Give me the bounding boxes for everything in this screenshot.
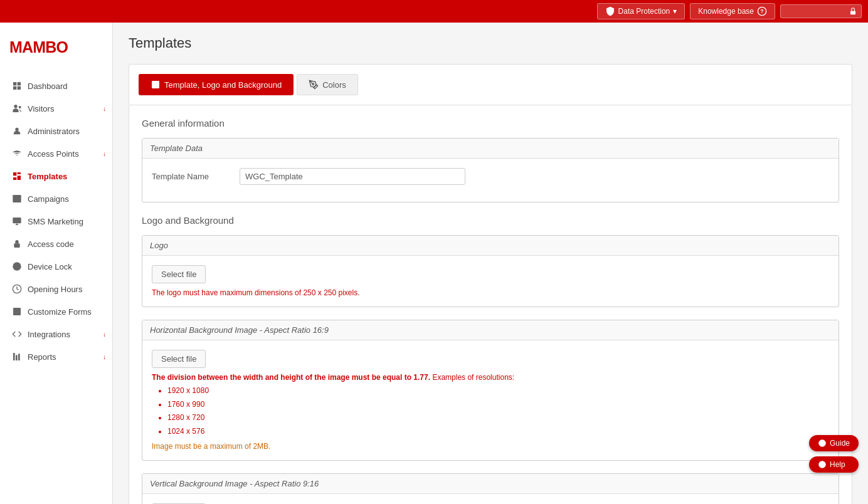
logo-bg-title: Logo and Background	[142, 215, 839, 226]
sidebar-item-customize-forms[interactable]: Customize Forms	[0, 300, 112, 323]
logo: MAMBO	[9, 35, 72, 62]
reports-icon	[11, 351, 23, 362]
horizontal-bg-header: Horizontal Background Image - Aspect Rat…	[142, 320, 839, 340]
tab-label: Colors	[322, 80, 346, 90]
dashboard-icon	[11, 80, 23, 92]
svg-rect-11	[13, 195, 21, 202]
sidebar-item-label: Customize Forms	[28, 307, 92, 317]
sidebar-item-access-points[interactable]: Access Points ↓	[0, 142, 112, 165]
svg-rect-20	[13, 353, 15, 360]
layout: MAMBO Dashboard Visitors ↓ Administrator…	[0, 23, 868, 504]
page-title: Templates	[129, 35, 852, 51]
guide-icon: ?	[818, 439, 827, 448]
device-lock-icon	[11, 261, 23, 272]
horizontal-bg-select-file-button[interactable]: Select file	[152, 350, 206, 368]
svg-rect-21	[16, 355, 18, 360]
template-data-header: Template Data	[142, 139, 839, 159]
sidebar-item-administrators[interactable]: Administrators	[0, 120, 112, 142]
tab-label: Template, Logo and Background	[164, 80, 282, 90]
horizontal-bg-panel: Horizontal Background Image - Aspect Rat…	[142, 320, 839, 461]
knowledge-base-button[interactable]: Knowledge base ?	[690, 3, 775, 19]
sidebar-item-integrations[interactable]: Integrations ↓	[0, 323, 112, 345]
chevron-down-icon: ↓	[103, 354, 106, 360]
topbar: Data Protection ▾ Knowledge base ?	[0, 0, 868, 23]
svg-text:?: ?	[821, 462, 824, 468]
svg-rect-22	[18, 354, 20, 360]
opening-hours-icon	[11, 283, 23, 295]
logo-panel-body: Select file The logo must have maximum d…	[142, 256, 839, 307]
sidebar-item-sms-marketing[interactable]: SMS Marketing	[0, 210, 112, 233]
svg-rect-5	[18, 82, 21, 85]
sidebar-item-dashboard[interactable]: Dashboard	[0, 75, 112, 97]
dropdown-arrow-icon: ▾	[673, 7, 677, 16]
sms-icon	[11, 216, 23, 227]
search-wrap	[780, 4, 862, 18]
template-data-panel: Template Data Template Name	[142, 138, 839, 202]
pen-icon	[309, 80, 319, 90]
help-label: Help	[830, 460, 845, 469]
sidebar-item-access-code[interactable]: Access code	[0, 233, 112, 255]
sidebar-item-opening-hours[interactable]: Opening Hours	[0, 278, 112, 300]
sidebar-item-label: SMS Marketing	[28, 217, 83, 226]
svg-rect-4	[13, 82, 16, 85]
svg-rect-7	[18, 87, 21, 90]
logo-panel: Logo Select file The logo must have maxi…	[142, 235, 839, 307]
floating-buttons: ? Guide ? Help	[809, 435, 859, 473]
template-name-input[interactable]	[240, 168, 465, 185]
sidebar-item-label: Dashboard	[28, 81, 68, 91]
horizontal-bg-resolutions: 1920 x 1080 1760 x 990 1280 x 720 1024 x…	[152, 384, 829, 438]
tabs: Template, Logo and Background Colors	[139, 74, 842, 95]
sidebar-item-visitors[interactable]: Visitors ↓	[0, 97, 112, 120]
template-name-row: Template Name	[152, 168, 829, 185]
help-button[interactable]: ? Help	[809, 456, 859, 473]
sidebar-item-reports[interactable]: Reports ↓	[0, 345, 112, 368]
sidebar-item-label: Opening Hours	[28, 285, 82, 294]
resolution-item: 1024 x 576	[167, 425, 829, 439]
sidebar-item-campaigns[interactable]: Campaigns	[0, 187, 112, 210]
horizontal-bg-info-bold: The division between the width and heigh…	[152, 373, 430, 382]
main-content: Templates Template, Logo and Background …	[113, 23, 868, 504]
lock-icon	[849, 6, 857, 16]
general-info-title: General information	[142, 118, 839, 129]
sidebar-item-templates[interactable]: Templates	[0, 165, 112, 187]
help-icon: ?	[818, 460, 827, 469]
guide-button[interactable]: ? Guide	[809, 435, 859, 451]
sidebar-item-device-lock[interactable]: Device Lock	[0, 255, 112, 278]
svg-point-9	[19, 106, 21, 108]
svg-point-24	[154, 83, 155, 84]
logo-select-file-button[interactable]: Select file	[152, 265, 206, 283]
sidebar: MAMBO Dashboard Visitors ↓ Administrator…	[0, 23, 113, 504]
svg-point-10	[15, 128, 18, 131]
svg-point-8	[14, 105, 17, 108]
resolution-item: 1280 x 720	[167, 411, 829, 425]
chevron-down-icon: ↓	[103, 331, 106, 338]
sidebar-item-label: Integrations	[28, 330, 70, 339]
svg-rect-16	[13, 308, 21, 315]
sidebar-item-label: Access Points	[28, 149, 79, 159]
sidebar-item-label: Administrators	[28, 127, 80, 136]
data-protection-label: Data Protection	[618, 7, 670, 16]
search-input[interactable]	[785, 7, 849, 16]
vertical-bg-panel: Vertical Background Image - Aspect Ratio…	[142, 473, 839, 504]
chevron-down-icon: ↓	[103, 150, 106, 157]
template-data-body: Template Name	[142, 159, 839, 202]
logo-panel-header: Logo	[142, 236, 839, 256]
tab-template-logo-bg[interactable]: Template, Logo and Background	[139, 74, 294, 95]
tabs-container: Template, Logo and Background Colors	[129, 64, 852, 105]
svg-point-25	[312, 83, 314, 85]
content-area: General information Template Data Templa…	[129, 105, 852, 504]
access-points-icon	[11, 148, 23, 159]
guide-label: Guide	[830, 439, 850, 448]
image-icon	[151, 80, 161, 90]
integrations-icon	[11, 328, 23, 340]
knowledge-base-label: Knowledge base	[698, 7, 754, 16]
sidebar-item-label: Visitors	[28, 104, 54, 113]
vertical-bg-body: Select file The division between the wid…	[142, 494, 839, 504]
tab-colors[interactable]: Colors	[297, 74, 358, 95]
horizontal-bg-info: The division between the width and heigh…	[152, 373, 829, 438]
visitors-icon	[11, 103, 23, 114]
logo-wrap: MAMBO	[0, 29, 112, 75]
svg-rect-12	[13, 218, 21, 223]
svg-rect-6	[13, 87, 16, 90]
data-protection-button[interactable]: Data Protection ▾	[597, 3, 685, 19]
